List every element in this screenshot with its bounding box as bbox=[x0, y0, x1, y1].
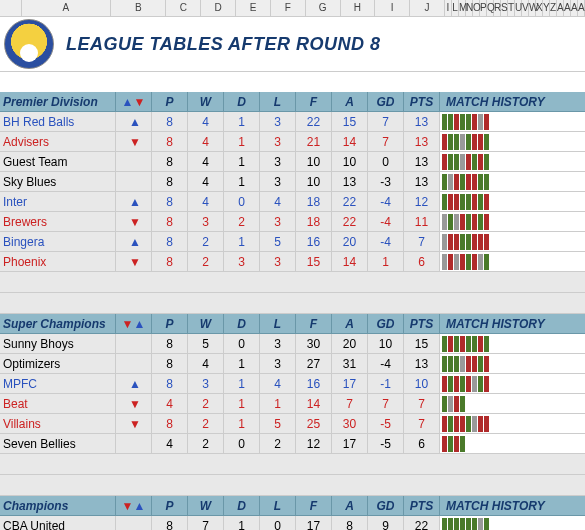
col-header[interactable]: O bbox=[473, 0, 480, 16]
stat-header: W bbox=[188, 496, 224, 516]
stat-cell: 8 bbox=[152, 152, 188, 172]
table-row[interactable]: CBA United8710178922 bbox=[0, 516, 585, 530]
stat-cell: 14 bbox=[296, 394, 332, 414]
col-header[interactable]: N bbox=[466, 0, 473, 16]
stat-header: W bbox=[188, 92, 224, 112]
result-W bbox=[478, 356, 483, 372]
team-name: Villains bbox=[0, 414, 116, 434]
table-row[interactable]: Beat▼421114777 bbox=[0, 394, 585, 414]
movement-arrow: ▼ bbox=[116, 252, 152, 272]
table-row[interactable]: Optimizers84132731-413 bbox=[0, 354, 585, 374]
stat-cell: 11 bbox=[404, 212, 440, 232]
table-row[interactable]: Guest Team84131010013 bbox=[0, 152, 585, 172]
result-L bbox=[466, 174, 471, 190]
col-header[interactable]: S bbox=[501, 0, 508, 16]
stat-cell: 4 bbox=[152, 434, 188, 454]
col-header[interactable]: M bbox=[459, 0, 466, 16]
col-header[interactable]: H bbox=[341, 0, 376, 16]
result-L bbox=[460, 254, 465, 270]
col-header[interactable]: W bbox=[529, 0, 536, 16]
col-header[interactable]: A bbox=[578, 0, 585, 16]
col-header[interactable]: T bbox=[508, 0, 515, 16]
col-header[interactable]: B bbox=[111, 0, 166, 16]
table-row[interactable]: Sky Blues84131013-313 bbox=[0, 172, 585, 192]
team-name: Bingera bbox=[0, 232, 116, 252]
table-row[interactable]: Brewers▼83231822-411 bbox=[0, 212, 585, 232]
result-W bbox=[442, 174, 447, 190]
col-header[interactable]: Y bbox=[543, 0, 550, 16]
col-header[interactable]: E bbox=[236, 0, 271, 16]
stat-cell: 31 bbox=[332, 354, 368, 374]
col-header[interactable]: X bbox=[536, 0, 543, 16]
result-W bbox=[460, 376, 465, 392]
col-header[interactable]: G bbox=[306, 0, 341, 16]
stat-cell: 1 bbox=[224, 394, 260, 414]
match-history bbox=[440, 414, 585, 434]
col-header[interactable]: A bbox=[564, 0, 571, 16]
col-header[interactable]: L bbox=[452, 0, 459, 16]
col-header[interactable]: A bbox=[22, 0, 111, 16]
stat-cell: 20 bbox=[332, 232, 368, 252]
result-W bbox=[454, 134, 459, 150]
page-title: LEAGUE TABLES AFTER ROUND 8 bbox=[66, 34, 381, 55]
stat-cell: 1 bbox=[224, 172, 260, 192]
team-name: Inter bbox=[0, 192, 116, 212]
team-name: Seven Bellies bbox=[0, 434, 116, 454]
stat-cell: 30 bbox=[296, 334, 332, 354]
result-W bbox=[484, 134, 489, 150]
result-W bbox=[442, 356, 447, 372]
stat-cell: 10 bbox=[332, 152, 368, 172]
col-header[interactable]: J bbox=[410, 0, 445, 16]
table-row[interactable]: Advisers▼84132114713 bbox=[0, 132, 585, 152]
stat-cell: 4 bbox=[188, 192, 224, 212]
stat-cell: 3 bbox=[260, 112, 296, 132]
result-W bbox=[454, 356, 459, 372]
col-header[interactable]: C bbox=[166, 0, 201, 16]
col-header[interactable]: Z bbox=[550, 0, 557, 16]
match-history bbox=[440, 132, 585, 152]
col-header[interactable]: I bbox=[445, 0, 452, 16]
table-row[interactable]: Bingera▲82151620-47 bbox=[0, 232, 585, 252]
result-D bbox=[478, 254, 483, 270]
table-row[interactable]: Seven Bellies42021217-56 bbox=[0, 434, 585, 454]
table-row[interactable]: Sunny Bhoys850330201015 bbox=[0, 334, 585, 354]
table-row[interactable]: Villains▼82152530-57 bbox=[0, 414, 585, 434]
stat-cell: 2 bbox=[188, 414, 224, 434]
match-history bbox=[440, 192, 585, 212]
table-row[interactable]: Inter▲84041822-412 bbox=[0, 192, 585, 212]
stat-cell: 2 bbox=[188, 394, 224, 414]
result-D bbox=[472, 416, 477, 432]
result-D bbox=[478, 114, 483, 130]
result-D bbox=[460, 154, 465, 170]
stat-cell: 13 bbox=[404, 172, 440, 192]
result-W bbox=[484, 174, 489, 190]
col-header[interactable]: I bbox=[375, 0, 410, 16]
stat-header: L bbox=[260, 496, 296, 516]
table-row[interactable]: BH Red Balls▲84132215713 bbox=[0, 112, 585, 132]
col-header[interactable]: R bbox=[494, 0, 501, 16]
col-header[interactable]: A bbox=[557, 0, 564, 16]
col-header[interactable]: D bbox=[201, 0, 236, 16]
col-header[interactable]: V bbox=[522, 0, 529, 16]
stat-cell: 21 bbox=[296, 132, 332, 152]
col-header[interactable]: P bbox=[480, 0, 487, 16]
col-header[interactable]: U bbox=[515, 0, 522, 16]
stat-cell: 8 bbox=[152, 414, 188, 434]
stat-cell: 4 bbox=[260, 192, 296, 212]
match-history bbox=[440, 434, 585, 454]
select-all-corner[interactable] bbox=[0, 0, 22, 16]
stat-cell: 3 bbox=[188, 212, 224, 232]
col-header[interactable]: Q bbox=[487, 0, 494, 16]
table-row[interactable]: Phoenix▼8233151416 bbox=[0, 252, 585, 272]
movement-arrow bbox=[116, 434, 152, 454]
result-W bbox=[460, 396, 465, 412]
result-W bbox=[466, 234, 471, 250]
sheet-body: LEAGUE TABLES AFTER ROUND 8 Premier Divi… bbox=[0, 17, 585, 530]
col-header[interactable]: A bbox=[571, 0, 578, 16]
stat-cell: -4 bbox=[368, 354, 404, 374]
result-D bbox=[442, 254, 447, 270]
col-header[interactable]: F bbox=[271, 0, 306, 16]
table-row[interactable]: MPFC▲83141617-110 bbox=[0, 374, 585, 394]
stat-cell: 4 bbox=[188, 112, 224, 132]
result-D bbox=[448, 174, 453, 190]
